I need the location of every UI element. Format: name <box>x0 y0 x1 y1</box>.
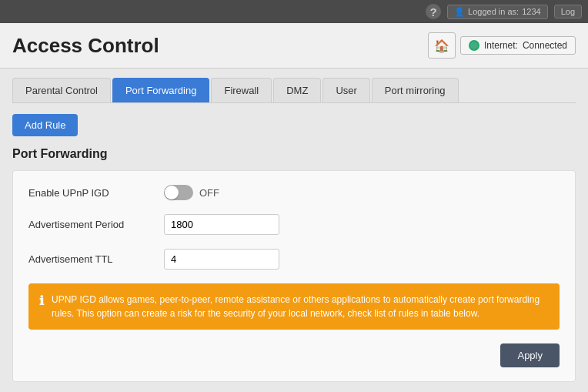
help-icon[interactable]: ? <box>426 4 441 19</box>
advertisement-period-row: Advertisement Period <box>28 214 560 235</box>
enable-upnp-label: Enable UPnP IGD <box>28 187 152 199</box>
tab-user[interactable]: User <box>322 78 369 102</box>
username: 1234 <box>522 7 540 16</box>
apply-row: Apply <box>28 343 560 367</box>
home-icon: 🏠 <box>434 39 449 53</box>
logged-in-text: Logged in as: <box>468 7 519 16</box>
top-bar: ? 👤 Logged in as: 1234 Log <box>0 0 588 23</box>
logout-button[interactable]: Log <box>554 5 582 18</box>
info-text: UPNP IGD allows games, peer-to-peer, rem… <box>52 293 549 320</box>
advertisement-period-label: Advertisement Period <box>28 219 152 230</box>
tab-dmz[interactable]: DMZ <box>273 78 321 102</box>
status-label: Internet: <box>484 40 518 51</box>
toggle-container: OFF <box>164 185 219 200</box>
advertisement-period-input[interactable] <box>164 214 279 235</box>
status-value: Connected <box>523 40 567 51</box>
advertisement-ttl-input[interactable] <box>164 249 279 270</box>
tab-firewall[interactable]: Firewall <box>211 78 272 102</box>
upnp-toggle-row: Enable UPnP IGD OFF <box>28 185 560 200</box>
tab-bar: Parental Control Port Forwarding Firewal… <box>12 78 576 103</box>
info-icon: ℹ <box>39 293 44 308</box>
internet-status: Internet: Connected <box>460 36 576 55</box>
page-title: Access Control <box>12 34 159 58</box>
upnp-toggle[interactable] <box>164 185 193 200</box>
section-title: Port Forwarding <box>12 147 576 161</box>
tab-port-mirroring[interactable]: Port mirroring <box>372 78 459 102</box>
add-rule-button[interactable]: Add Rule <box>12 114 78 136</box>
tab-parental-control[interactable]: Parental Control <box>12 78 111 102</box>
advertisement-ttl-label: Advertisement TTL <box>28 253 152 265</box>
toggle-thumb <box>165 186 179 199</box>
upnp-panel: Enable UPnP IGD OFF Advertisement Period… <box>12 170 576 382</box>
person-icon: 👤 <box>454 7 465 17</box>
home-button[interactable]: 🏠 <box>428 32 456 59</box>
status-indicator <box>469 40 479 51</box>
user-info: 👤 Logged in as: 1234 <box>447 5 548 19</box>
header: Access Control 🏠 Internet: Connected <box>0 23 588 69</box>
toggle-state-label: OFF <box>199 187 219 199</box>
info-box: ℹ UPNP IGD allows games, peer-to-peer, r… <box>28 283 560 330</box>
advertisement-ttl-row: Advertisement TTL <box>28 249 560 270</box>
main-content: Parental Control Port Forwarding Firewal… <box>0 69 588 392</box>
header-icons: 🏠 Internet: Connected <box>428 32 576 59</box>
tab-port-forwarding[interactable]: Port Forwarding <box>112 78 209 102</box>
apply-button[interactable]: Apply <box>500 343 560 367</box>
